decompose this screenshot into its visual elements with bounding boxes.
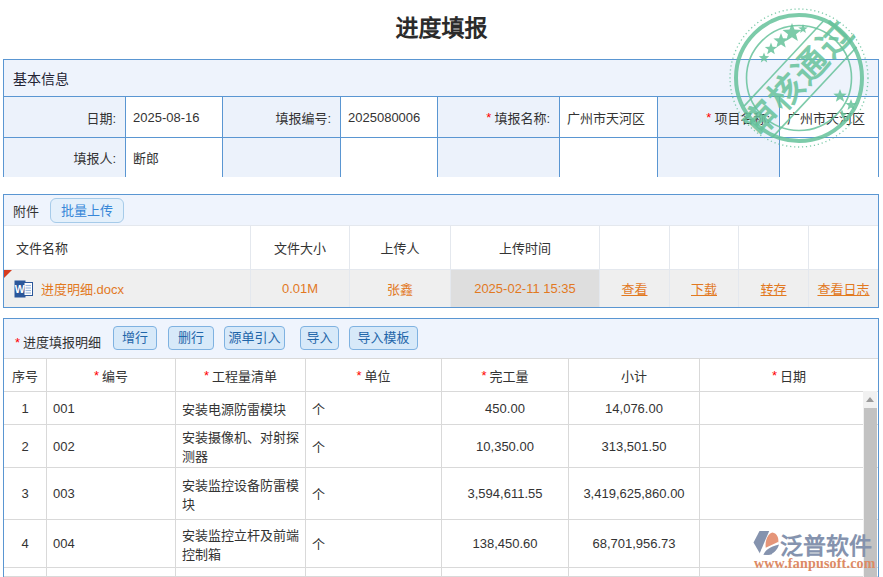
svg-text:W: W bbox=[15, 282, 25, 294]
